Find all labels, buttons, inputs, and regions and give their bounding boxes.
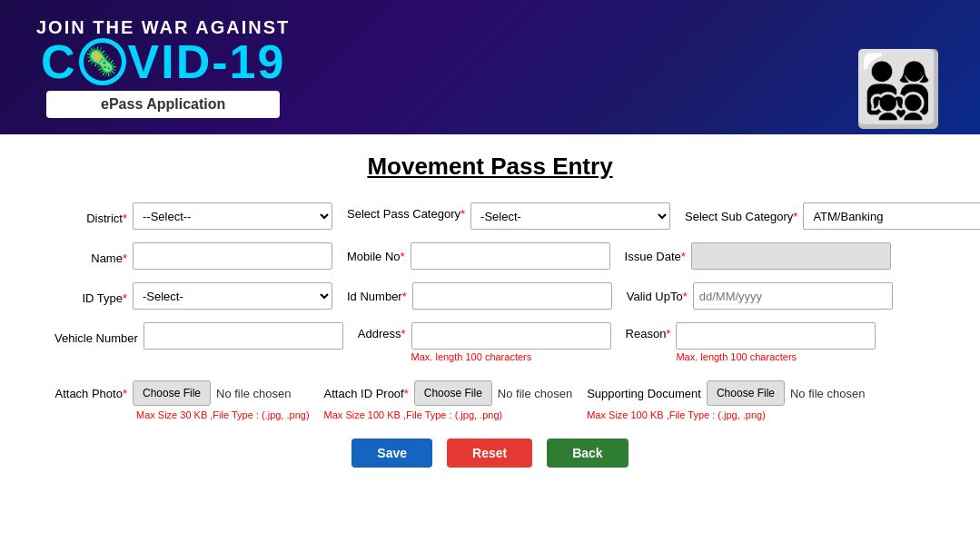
banner-left: JOIN THE WAR AGAINST C 🦠 VID-19 ePass Ap… [36,17,290,118]
family-icon: 👨‍👩‍👧‍👦 [853,53,944,125]
covid-vid: VID-19 [128,38,286,85]
attach-id-proof-label: Attach ID Proof* [324,387,409,400]
pass-category-cell: Select Pass Category* -Select- [347,202,670,230]
address-input[interactable] [411,322,611,350]
issue-date-input: 11/04/2020 [691,242,891,270]
id-number-label: Id Number* [347,290,407,303]
mobile-cell: Mobile No* [347,242,610,270]
banner-epass-text: ePass Application [46,91,280,118]
address-wrapper: Max. length 100 characters [411,322,611,362]
mobile-input[interactable] [411,242,610,270]
reason-input[interactable] [676,322,876,350]
reset-button[interactable]: Reset [447,439,532,468]
supporting-doc-inner: Supporting Document Choose File No file … [587,380,865,406]
file-upload-row: Attach Photo* Choose File No file chosen… [54,380,980,420]
row-district-pass-sub: District* --Select-- Select Pass Categor… [54,202,980,230]
button-row: Save Reset Back [54,439,926,468]
row-vehicle-address-reason: Vehicle Number Address* Max. length 100 … [54,322,980,362]
page-title: Movement Pass Entry [54,153,926,181]
vehicle-number-cell: Vehicle Number [54,322,343,350]
save-button[interactable]: Save [351,439,432,468]
supporting-doc-note: Max Size 100 KB ,File Type : (.jpg, .png… [587,409,766,420]
covid-o-circle: 🦠 [79,38,126,85]
id-type-cell: ID Type* -Select- [54,282,332,310]
attach-photo-label: Attach Photo* [54,387,127,400]
id-type-select[interactable]: -Select- [133,282,332,310]
address-max-note: Max. length 100 characters [411,351,611,362]
row-idtype-idnum-valid: ID Type* -Select- Id Number* Valid UpTo* [54,282,980,310]
reason-cell: Reason* Max. length 100 characters [626,322,876,362]
supporting-doc-label: Supporting Document [587,387,701,400]
name-input[interactable] [133,242,332,270]
sub-category-cell: Select Sub Category* ATM/Banking [685,202,980,230]
banner-covid-text: C 🦠 VID-19 [41,38,285,85]
supporting-doc-choose-btn[interactable]: Choose File [707,380,785,406]
attach-id-proof-inner: Attach ID Proof* Choose File No file cho… [324,380,573,406]
address-cell: Address* Max. length 100 characters [358,322,611,362]
main-content: Movement Pass Entry District* --Select--… [0,134,980,486]
banner-right: 👨‍👩‍👧‍👦 [853,9,944,125]
valid-upto-input[interactable] [693,282,893,310]
attach-photo-file-wrapper: Choose File No file chosen [133,380,291,406]
name-cell: Name* [54,242,332,270]
attach-photo-choose-btn[interactable]: Choose File [133,380,211,406]
reason-max-note: Max. length 100 characters [676,351,876,362]
mobile-label: Mobile No* [347,250,405,263]
supporting-doc-cell: Supporting Document Choose File No file … [587,380,865,420]
vehicle-number-input[interactable] [144,322,343,350]
issue-date-label: Issue Date* [625,250,686,263]
sub-category-select[interactable]: ATM/Banking [803,202,980,230]
attach-id-proof-file-wrapper: Choose File No file chosen [414,380,572,406]
pass-category-label: Select Pass Category* [347,202,465,221]
supporting-doc-no-file: No file chosen [790,387,865,400]
district-cell: District* --Select-- [54,202,332,230]
back-button[interactable]: Back [547,439,628,468]
row-name-mobile-issue: Name* Mobile No* Issue Date* 11/04/2020 [54,242,980,270]
address-label: Address* [358,322,406,340]
attach-photo-inner: Attach Photo* Choose File No file chosen [54,380,291,406]
issue-date-cell: Issue Date* 11/04/2020 [625,242,891,270]
covid-c: C [41,38,77,85]
reason-label: Reason* [626,322,671,340]
supporting-doc-file-wrapper: Choose File No file chosen [707,380,865,406]
banner: JOIN THE WAR AGAINST C 🦠 VID-19 ePass Ap… [0,0,980,134]
id-number-input[interactable] [412,282,612,310]
district-label: District* [54,207,127,225]
attach-id-proof-no-file: No file chosen [498,387,572,400]
form-grid: District* --Select-- Select Pass Categor… [54,202,926,420]
reason-wrapper: Max. length 100 characters [676,322,876,362]
name-label: Name* [54,247,127,265]
valid-upto-label: Valid UpTo* [627,290,688,303]
district-select[interactable]: --Select-- [133,202,332,230]
attach-photo-note: Max Size 30 KB ,File Type : (.jpg, .png) [136,409,310,420]
attach-photo-cell: Attach Photo* Choose File No file chosen… [54,380,310,420]
virus-icon: 🦠 [84,48,120,75]
id-number-cell: Id Number* [347,282,612,310]
attach-photo-no-file: No file chosen [216,387,291,400]
attach-id-proof-choose-btn[interactable]: Choose File [414,380,492,406]
valid-upto-cell: Valid UpTo* [627,282,893,310]
sub-category-label: Select Sub Category* [685,210,797,223]
vehicle-number-label: Vehicle Number [54,327,138,345]
id-type-label: ID Type* [54,287,127,305]
pass-category-select[interactable]: -Select- [470,202,670,230]
attach-id-proof-note: Max Size 100 KB ,File Type : (.jpg, .png… [324,409,503,420]
attach-id-proof-cell: Attach ID Proof* Choose File No file cho… [324,380,573,420]
